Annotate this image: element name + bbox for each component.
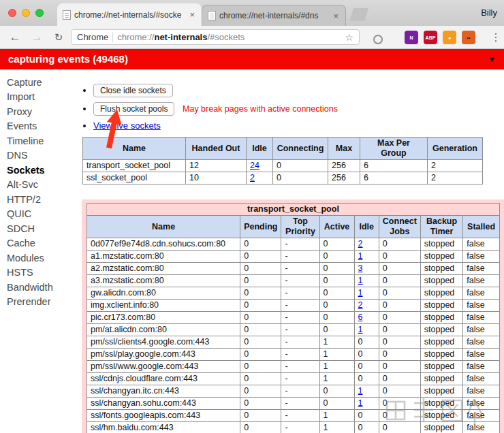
sidebar-item-bandwidth[interactable]: Bandwidth (7, 280, 76, 295)
tab[interactable]: chrome://net-internals/#socke× (57, 3, 202, 26)
flush-warning-text: May break pages with active connections (183, 104, 338, 114)
table-header-row: NamePendingTop PriorityActiveIdleConnect… (87, 216, 500, 238)
tab-close-icon[interactable]: × (188, 10, 196, 20)
pending-cell: 0 (240, 361, 281, 373)
pending-cell: 0 (240, 349, 281, 361)
group-name-cell: a1.mzstatic.com:80 (87, 251, 240, 263)
pool-name-cell: ssl_socket_pool (83, 172, 186, 185)
stalled-cell: false (463, 312, 500, 324)
sidebar-item-import[interactable]: Import (7, 90, 76, 105)
window-minimize-button[interactable] (22, 9, 30, 17)
orange-extension-icon[interactable]: ● (443, 31, 456, 44)
pending-cell: 0 (240, 422, 281, 433)
top-priority-cell: - (281, 385, 319, 398)
handed-out-cell: 10 (186, 172, 247, 185)
connecting-cell: 0 (273, 160, 328, 172)
idle-count-link[interactable]: 2 (358, 239, 363, 248)
sidebar-item-cache[interactable]: Cache (7, 236, 76, 251)
table-row: a2.mzstatic.com:800-030stoppedfalse (87, 263, 500, 275)
idle-cell: 0 (354, 422, 379, 433)
column-header: Handed Out (186, 138, 247, 160)
sidebar-item-sockets[interactable]: Sockets (7, 163, 76, 178)
close-idle-sockets-item: Close idle sockets (93, 84, 504, 97)
address-bar[interactable]: Chrome chrome://net-internals/#sockets ☆ (71, 29, 360, 45)
tab[interactable]: chrome://net-internals/#dns× (202, 5, 346, 26)
forward-icon[interactable]: → (29, 26, 45, 48)
idle-count-link[interactable]: 1 (358, 398, 363, 408)
reload-icon[interactable]: ↻ (50, 26, 67, 48)
table-row: ssl_socket_pool102025662 (83, 172, 483, 185)
active-cell: 1 (319, 336, 354, 349)
column-header: Max (328, 138, 360, 160)
sidebar-item-modules[interactable]: Modules (7, 251, 76, 266)
idle-count-link[interactable]: 2 (250, 173, 255, 182)
group-name-cell: a2.mzstatic.com:80 (87, 263, 240, 275)
idle-cell: 1 (354, 398, 379, 410)
column-header: Idle (247, 138, 273, 160)
sidebar-item-capture[interactable]: Capture (7, 75, 76, 90)
idle-count-link[interactable]: 1 (358, 288, 363, 298)
table-header-row: NameHanded OutIdleConnectingMaxMax Per G… (83, 138, 483, 160)
sidebar-item-timeline[interactable]: Timeline (7, 133, 76, 148)
tampermonkey-extension-icon[interactable]: •• (462, 31, 475, 44)
close-idle-sockets-button[interactable]: Close idle sockets (93, 84, 173, 97)
clock-extension-icon[interactable] (373, 35, 383, 44)
idle-cell: 2 (354, 300, 379, 312)
browser-menu-icon[interactable]: ⋮ (490, 26, 501, 48)
capture-status-banner: capturing events (49468) ▼ (0, 49, 504, 69)
idle-count-link[interactable]: 1 (358, 251, 363, 261)
table-row: transport_socket_pool1224025662 (83, 160, 483, 172)
idle-count-link[interactable]: 6 (358, 312, 363, 322)
pending-cell: 0 (240, 287, 281, 300)
idle-count-link[interactable]: 3 (358, 263, 363, 273)
idle-count-link[interactable]: 24 (250, 161, 259, 170)
adblock-plus-extension-icon[interactable]: ABP (424, 31, 437, 44)
idle-cell: 1 (354, 287, 379, 300)
column-header: Idle (354, 216, 379, 238)
sidebar-item-sdch[interactable]: SDCH (7, 221, 76, 236)
idle-count-link[interactable]: 1 (358, 276, 363, 285)
idle-cell: 0 (354, 373, 379, 385)
sidebar-item-hsts[interactable]: HSTS (7, 266, 76, 280)
idle-count-link[interactable]: 1 (358, 325, 363, 334)
new-tab-button[interactable] (349, 8, 368, 21)
idle-cell: 0 (354, 349, 379, 361)
idle-count-link[interactable]: 1 (358, 386, 363, 396)
active-cell: 0 (319, 300, 354, 312)
active-cell: 0 (319, 324, 354, 336)
onenote-extension-icon[interactable]: N (405, 31, 418, 44)
sidebar-item-proxy[interactable]: Proxy (7, 104, 76, 119)
tab-favicon (208, 11, 216, 20)
back-icon[interactable]: ← (7, 26, 23, 48)
sidebar-item-events[interactable]: Events (7, 119, 76, 134)
sidebar-item-alt-svc[interactable]: Alt-Svc (7, 178, 76, 193)
pending-cell: 0 (240, 324, 281, 336)
tab-strip: chrome://net-internals/#socke×chrome://n… (57, 3, 366, 26)
backup-timer-cell: stopped (420, 312, 462, 324)
window-zoom-button[interactable] (35, 9, 44, 17)
bookmark-star-icon[interactable]: ☆ (345, 32, 353, 43)
idle-cell: 1 (354, 251, 379, 263)
connect-jobs-cell: 0 (379, 324, 420, 336)
sidebar-item-quic[interactable]: QUIC (7, 207, 76, 222)
socket-pools-table: NameHanded OutIdleConnectingMaxMax Per G… (82, 137, 483, 185)
banner-dropdown-icon[interactable]: ▼ (488, 49, 496, 69)
sidebar-item-http-2[interactable]: HTTP/2 (7, 192, 76, 207)
group-name-cell: a3.mzstatic.com:80 (87, 275, 240, 287)
window-close-button[interactable] (8, 9, 16, 17)
idle-count-link[interactable]: 2 (358, 300, 363, 310)
sidebar-item-prerender[interactable]: Prerender (7, 295, 76, 310)
idle-cell: 3 (354, 263, 379, 275)
url-host: net-internals (154, 32, 207, 42)
stalled-cell: false (463, 336, 500, 349)
profile-name: Billy (481, 7, 497, 18)
max-cell: 256 (328, 160, 360, 172)
top-priority-cell: - (281, 410, 319, 422)
flush-socket-pools-item: Flush socket pools May break pages with … (93, 102, 504, 116)
table-row: a1.mzstatic.com:800-010stoppedfalse (87, 251, 500, 263)
idle-cell: 24 (247, 160, 273, 172)
pending-cell: 0 (240, 410, 281, 422)
backup-timer-cell: stopped (420, 251, 462, 263)
tab-close-icon[interactable]: × (332, 11, 340, 21)
sidebar-item-dns[interactable]: DNS (7, 148, 76, 163)
